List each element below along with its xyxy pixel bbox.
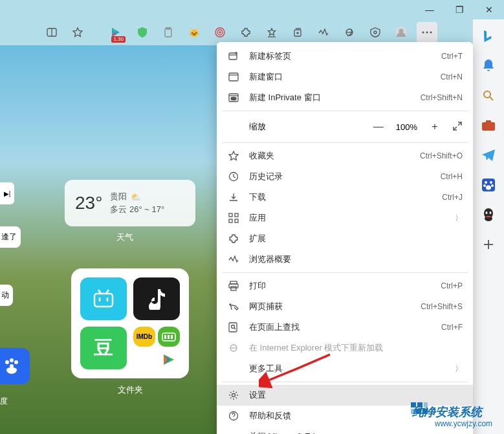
partial-widget-a: 逢了 [0, 226, 21, 248]
svg-rect-49 [229, 219, 232, 222]
svg-rect-39 [229, 73, 238, 81]
downloads-icon [227, 191, 240, 204]
window-close-button[interactable]: ✕ [474, 0, 504, 19]
menu-divider [222, 272, 468, 273]
collections-icon[interactable] [287, 22, 308, 43]
svg-rect-63 [486, 120, 491, 123]
performance-icon[interactable] [313, 22, 334, 43]
menu-print-shortcut: Ctrl+P [441, 281, 463, 290]
menu-apps-label: 应用 [249, 212, 450, 224]
svg-rect-47 [229, 213, 232, 217]
essentials-icon [227, 253, 240, 266]
new-tab-icon [227, 50, 240, 63]
menu-favorites[interactable]: 收藏夹 Ctrl+Shift+O [217, 146, 473, 166]
svg-point-20 [426, 32, 428, 34]
extensions-icon[interactable] [236, 22, 256, 43]
menu-apps[interactable]: 应用 〉 [217, 208, 473, 228]
browser-menu: 新建标签页 Ctrl+T 新建窗口 Ctrl+N 新建 InPrivate 窗口… [217, 42, 473, 434]
menu-capture[interactable]: 网页捕获 Ctrl+Shift+S [217, 296, 473, 317]
menu-extensions[interactable]: 扩展 [217, 228, 473, 249]
menu-find[interactable]: 在页面上查找 Ctrl+F [217, 317, 473, 338]
add-side-icon[interactable] [479, 235, 498, 254]
menu-new-tab-label: 新建标签页 [249, 50, 441, 62]
qq-icon[interactable] [479, 206, 498, 224]
menu-new-tab[interactable]: 新建标签页 Ctrl+T [217, 46, 473, 67]
help-icon [227, 409, 240, 422]
folder-widget[interactable]: 豆 IMDb [71, 268, 189, 378]
chevron-right-icon: 〉 [455, 213, 463, 224]
douban-icon[interactable]: 豆 [80, 327, 127, 369]
menu-downloads-shortcut: Ctrl+J [442, 193, 463, 202]
ie-mode-icon [227, 342, 240, 354]
profile-icon[interactable] [391, 22, 411, 43]
svg-rect-35 [229, 53, 237, 60]
menu-capture-shortcut: Ctrl+Shift+S [421, 302, 463, 311]
window-maximize-button[interactable]: ❐ [444, 0, 474, 19]
zoom-in-button[interactable]: + [429, 121, 441, 133]
menu-print-label: 打印 [249, 280, 441, 292]
extensions-menu-icon [227, 232, 240, 245]
menu-find-shortcut: Ctrl+F [441, 323, 463, 332]
menu-history[interactable]: 历史记录 Ctrl+H [217, 166, 473, 187]
edge-sidebar [472, 19, 504, 434]
menu-more-tools[interactable]: 更多工具 〉 [217, 358, 473, 379]
print-icon [227, 279, 240, 292]
menu-zoom-row: 缩放 — 100% + [217, 114, 473, 140]
shield-icon[interactable] [132, 22, 153, 43]
bing-icon[interactable] [479, 27, 498, 45]
split-screen-icon[interactable] [41, 22, 62, 43]
menu-new-tab-shortcut: Ctrl+T [441, 52, 463, 61]
play-store-icon[interactable]: 1.30 [106, 22, 127, 43]
menu-new-window[interactable]: 新建窗口 Ctrl+N [217, 67, 473, 87]
window-minimize-button[interactable]: — [415, 0, 444, 19]
menu-history-shortcut: Ctrl+H [441, 172, 463, 181]
ie-icon[interactable] [339, 22, 360, 43]
menu-essentials[interactable]: 浏览器概要 [217, 249, 473, 270]
imdb-icon[interactable]: IMDb [133, 327, 155, 347]
svg-rect-32 [164, 335, 166, 339]
menu-print[interactable]: 打印 Ctrl+P [217, 276, 473, 296]
svg-rect-34 [171, 335, 173, 339]
svg-point-67 [483, 184, 486, 187]
more-menu-button[interactable] [417, 22, 437, 43]
menu-downloads[interactable]: 下载 Ctrl+J [217, 187, 473, 208]
svg-rect-62 [482, 122, 495, 131]
weather-widget[interactable]: 23° 贵阳 ⛅ 多云 26° ~ 17° [65, 180, 195, 226]
svg-rect-54 [229, 323, 237, 332]
telegram-icon[interactable] [479, 146, 498, 164]
tencent-video-icon[interactable] [158, 349, 180, 369]
svg-point-60 [484, 91, 490, 98]
target-icon[interactable] [210, 22, 230, 43]
menu-close-edge-label: 关闭 Microsoft Edge [249, 431, 463, 434]
svg-point-72 [486, 212, 488, 214]
vpn-icon[interactable] [365, 22, 386, 43]
iqiyi-icon[interactable] [158, 327, 180, 347]
menu-new-window-shortcut: Ctrl+N [441, 72, 463, 81]
menu-favorites-label: 收藏夹 [249, 150, 420, 162]
menu-divider [222, 111, 468, 111]
svg-point-21 [430, 32, 432, 34]
zoom-out-button[interactable]: — [373, 121, 384, 133]
bell-icon[interactable] [479, 57, 498, 75]
menu-new-inprivate[interactable]: 新建 InPrivate 窗口 Ctrl+Shift+N [217, 87, 473, 108]
zoom-label: 缩放 [249, 121, 373, 133]
favorite-star-icon[interactable] [67, 22, 88, 43]
history-icon [227, 170, 240, 183]
clipboard-icon[interactable] [158, 22, 179, 43]
paw-icon[interactable] [479, 176, 498, 194]
browser-toolbar: 1.30 🐱 [0, 19, 504, 45]
left-expand-handle[interactable]: ▶| [0, 182, 14, 204]
favorites-bar-icon[interactable] [261, 22, 282, 43]
menu-find-label: 在页面上查找 [249, 321, 441, 333]
search-side-icon[interactable] [479, 87, 498, 105]
tiktok-icon[interactable] [133, 277, 180, 320]
briefcase-icon[interactable] [479, 116, 498, 135]
cat-icon[interactable]: 🐱 [184, 22, 204, 43]
watermark-url: www.ycwjzy.com [435, 419, 492, 428]
fullscreen-button[interactable] [452, 121, 463, 133]
bilibili-icon[interactable] [80, 277, 127, 320]
partial-widget-b: 动 [0, 285, 13, 306]
extension-badge: 1.30 [111, 36, 126, 43]
baidu-icon[interactable] [0, 348, 30, 384]
svg-rect-26 [94, 294, 113, 307]
